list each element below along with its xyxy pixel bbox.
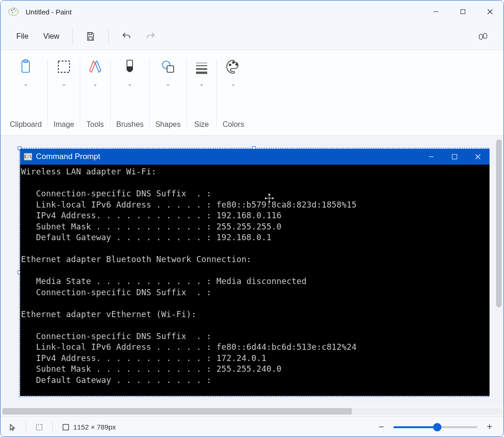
shapes-icon — [159, 57, 177, 76]
cmd-title: Command Prompt — [36, 152, 100, 161]
svg-rect-30 — [36, 424, 42, 430]
selection-size-indicator — [35, 423, 43, 431]
chevron-down-icon: ⌄ — [93, 81, 98, 87]
brush-icon — [120, 57, 139, 76]
ribbon-group-shapes[interactable]: ⌄ Shapes — [150, 50, 186, 135]
cmd-body: Wireless LAN adapter Wi-Fi: Connection-s… — [20, 165, 490, 396]
svg-rect-6 — [461, 10, 465, 14]
cmd-icon: C:\ — [24, 153, 32, 160]
zoom-slider-thumb[interactable] — [433, 423, 441, 431]
cursor-tool-indicator — [9, 423, 16, 431]
separator — [108, 28, 109, 45]
svg-rect-12 — [483, 33, 487, 38]
canvas-area[interactable]: C:\ Command Prompt Wireless LAN adapter … — [0, 136, 504, 406]
ribbon-group-tools[interactable]: ⌄ Tools — [80, 50, 110, 135]
canvas-dimensions: 1152 × 789px — [62, 423, 116, 431]
chevron-down-icon: ⌄ — [62, 81, 66, 87]
chevron-down-icon: ⌄ — [166, 81, 170, 87]
ribbon-label: Colors — [223, 120, 244, 129]
svg-point-24 — [232, 62, 234, 63]
ribbon-group-colors[interactable]: ⌄ Colors — [217, 50, 250, 135]
ribbon-label: Image — [53, 120, 74, 129]
separator — [26, 422, 26, 433]
svg-point-4 — [12, 12, 13, 13]
svg-rect-11 — [479, 34, 483, 39]
svg-rect-10 — [89, 36, 92, 40]
ribbon-label: Shapes — [155, 120, 181, 129]
cmd-minimize-icon — [420, 149, 443, 165]
paint-app-icon — [8, 6, 19, 17]
minimize-button[interactable] — [422, 0, 449, 23]
chevron-down-icon: ⌄ — [127, 81, 132, 87]
svg-point-2 — [13, 8, 14, 10]
ribbon-label: Size — [194, 120, 209, 129]
ribbon-label: Tools — [86, 120, 104, 129]
window-controls — [422, 0, 504, 23]
copilot-button[interactable] — [472, 25, 494, 48]
ribbon-group-clipboard[interactable]: ⌄ Clipboard — [4, 50, 47, 135]
pencil-brush-icon — [86, 57, 105, 76]
zoom-in-button[interactable]: + — [484, 422, 495, 433]
statusbar: 1152 × 789px − + — [0, 416, 504, 437]
redo-button[interactable] — [140, 25, 162, 48]
window-title: Untitled - Paint — [26, 8, 71, 16]
vertical-scrollbar[interactable] — [495, 136, 503, 406]
scrollbar-thumb[interactable] — [496, 139, 502, 307]
svg-point-25 — [236, 63, 238, 65]
file-menu[interactable]: File — [10, 28, 35, 44]
close-button[interactable] — [476, 0, 504, 23]
titlebar: Untitled - Paint — [0, 0, 504, 23]
scrollbar-thumb[interactable] — [2, 408, 352, 415]
maximize-button[interactable] — [449, 0, 476, 23]
palette-icon — [224, 57, 243, 76]
svg-rect-18 — [167, 66, 174, 72]
pasted-cmd-window-image[interactable]: C:\ Command Prompt Wireless LAN adapter … — [20, 149, 490, 396]
ribbon: ⌄ Clipboard ⌄ Image ⌄ Tools ⌄ Brush — [0, 50, 504, 136]
selection-icon — [55, 57, 73, 76]
separator — [72, 28, 73, 45]
svg-point-3 — [15, 10, 16, 12]
size-icon — [192, 57, 211, 76]
svg-rect-16 — [127, 60, 133, 67]
undo-button[interactable] — [115, 25, 138, 48]
cmd-titlebar: C:\ Command Prompt — [20, 149, 490, 165]
ribbon-label: Brushes — [116, 120, 144, 129]
svg-rect-15 — [58, 61, 70, 72]
zoom-slider[interactable] — [393, 426, 477, 428]
ribbon-group-size[interactable]: ⌄ Size — [187, 50, 217, 135]
svg-rect-27 — [452, 154, 457, 159]
cmd-close-icon — [466, 149, 490, 165]
save-button[interactable] — [79, 25, 102, 48]
chevron-down-icon: ⌄ — [231, 81, 236, 87]
menubar: File View — [0, 23, 504, 50]
chevron-down-icon: ⌄ — [199, 81, 204, 87]
horizontal-scrollbar[interactable] — [0, 406, 504, 416]
clipboard-icon — [16, 57, 35, 76]
svg-point-23 — [229, 64, 231, 66]
svg-rect-9 — [89, 32, 92, 35]
zoom-controls: − + — [376, 422, 495, 433]
dimensions-text: 1152 × 789px — [73, 423, 116, 431]
separator — [52, 422, 53, 433]
svg-point-1 — [11, 9, 12, 11]
ribbon-label: Clipboard — [10, 120, 42, 129]
ribbon-group-brushes[interactable]: ⌄ Brushes — [111, 50, 149, 135]
zoom-out-button[interactable]: − — [376, 422, 387, 433]
view-menu[interactable]: View — [37, 28, 66, 44]
cmd-maximize-icon — [443, 149, 466, 165]
ribbon-group-image[interactable]: ⌄ Image — [48, 50, 79, 135]
svg-rect-31 — [63, 424, 69, 430]
chevron-down-icon: ⌄ — [23, 81, 28, 87]
